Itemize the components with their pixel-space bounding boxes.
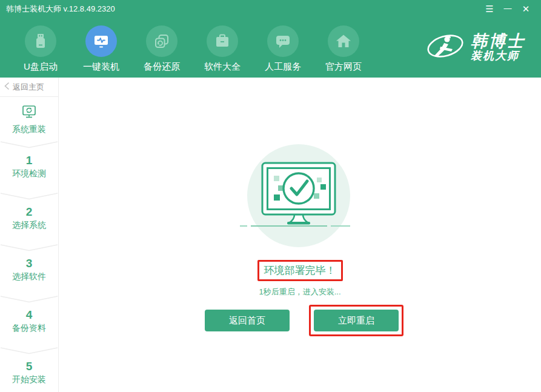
app-title: 韩博士装机大师 v.12.8.49.2320 bbox=[0, 4, 115, 15]
status-annotation-box: 环境部署完毕！ bbox=[257, 260, 343, 281]
return-home-button[interactable]: 返回首页 bbox=[205, 310, 290, 331]
titlebar: 韩博士装机大师 v.12.8.49.2320 ☰ — ✕ bbox=[0, 0, 541, 18]
success-monitor-illustration bbox=[236, 141, 363, 253]
nav-item-usb-boot[interactable]: U盘启动 bbox=[10, 18, 71, 73]
nav-label: 一键装机 bbox=[83, 61, 119, 73]
main-content: 环境部署完毕！ 1秒后重启，进入安装... 返回首页 立即重启 bbox=[59, 78, 541, 392]
menu-icon[interactable]: ☰ bbox=[480, 2, 499, 16]
step-indicator-3: 3 选择软件 bbox=[0, 238, 58, 290]
step-indicator-4: 4 备份资料 bbox=[0, 290, 58, 341]
step-number: 5 bbox=[26, 360, 33, 373]
back-label: 返回主页 bbox=[13, 82, 44, 93]
chevron-down-divider-icon bbox=[0, 243, 58, 254]
monitor-pulse-icon bbox=[85, 25, 117, 57]
step-number: 3 bbox=[26, 257, 33, 270]
nav-label: 备份还原 bbox=[144, 61, 180, 73]
sidebar-item-system-reinstall[interactable]: 系统重装 bbox=[0, 97, 58, 135]
nav-item-backup-restore[interactable]: 备份还原 bbox=[131, 18, 192, 73]
step-indicator-2: 2 选择系统 bbox=[0, 187, 58, 238]
step-number: 4 bbox=[26, 308, 33, 322]
nav-label: 人工服务 bbox=[265, 61, 301, 73]
step-indicator-1: 1 环境检测 bbox=[0, 135, 58, 187]
module-label: 系统重装 bbox=[12, 124, 46, 135]
step-label: 备份资料 bbox=[12, 323, 46, 334]
sidebar: 返回主页 系统重装 bbox=[0, 78, 59, 392]
nav-label: 官方网页 bbox=[325, 61, 362, 73]
step-label: 环境检测 bbox=[12, 168, 46, 179]
nav-item-one-key-install[interactable]: 一键装机 bbox=[71, 18, 131, 73]
restart-now-button[interactable]: 立即重启 bbox=[314, 310, 399, 331]
action-buttons: 返回首页 立即重启 bbox=[205, 305, 403, 336]
nav-item-official-site[interactable]: 官方网页 bbox=[313, 18, 374, 73]
close-icon[interactable]: ✕ bbox=[517, 2, 535, 16]
backup-restore-icon bbox=[146, 25, 178, 57]
brand-subtitle: 装机大师 bbox=[471, 50, 525, 62]
briefcase-icon bbox=[207, 25, 238, 57]
step-label: 选择系统 bbox=[12, 220, 46, 231]
monitor-refresh-icon bbox=[21, 105, 37, 122]
nav-item-software[interactable]: 软件大全 bbox=[192, 18, 253, 73]
nav-item-support[interactable]: 人工服务 bbox=[253, 18, 313, 73]
brand-name: 韩博士 bbox=[471, 33, 525, 50]
nav-label: U盘启动 bbox=[24, 61, 58, 73]
header-nav: U盘启动 一键装机 备份还原 bbox=[0, 18, 541, 78]
step-label: 选择软件 bbox=[12, 271, 46, 282]
status-title: 环境部署完毕！ bbox=[264, 265, 336, 276]
nav-label: 软件大全 bbox=[204, 61, 241, 73]
chevron-down-divider-icon bbox=[0, 140, 58, 151]
window-controls: ☰ — ✕ bbox=[480, 2, 541, 16]
chat-bubble-icon bbox=[267, 25, 299, 57]
step-number: 1 bbox=[26, 154, 33, 167]
brand-logo: 韩博士 装机大师 bbox=[426, 18, 525, 64]
back-to-home-link[interactable]: 返回主页 bbox=[0, 78, 58, 97]
usb-drive-icon bbox=[25, 25, 56, 57]
window-body: 返回主页 系统重装 bbox=[0, 78, 541, 392]
chevron-down-divider-icon bbox=[0, 294, 58, 305]
step-indicator-5: 5 开始安装 bbox=[0, 341, 58, 392]
brand-logo-text: 韩博士 装机大师 bbox=[471, 33, 525, 61]
home-icon bbox=[328, 25, 359, 57]
restart-annotation-box: 立即重启 bbox=[309, 305, 403, 336]
step-number: 2 bbox=[26, 205, 33, 219]
countdown-text: 1秒后重启，进入安装... bbox=[259, 287, 340, 297]
step-label: 开始安装 bbox=[12, 374, 46, 385]
minimize-icon[interactable]: — bbox=[499, 2, 517, 16]
app-window: 韩博士装机大师 v.12.8.49.2320 ☰ — ✕ U盘启动 bbox=[0, 0, 541, 392]
chevron-down-divider-icon bbox=[0, 191, 58, 202]
brand-logo-icon bbox=[426, 30, 465, 64]
chevron-down-divider-icon bbox=[0, 346, 58, 357]
chevron-left-icon bbox=[4, 82, 10, 92]
